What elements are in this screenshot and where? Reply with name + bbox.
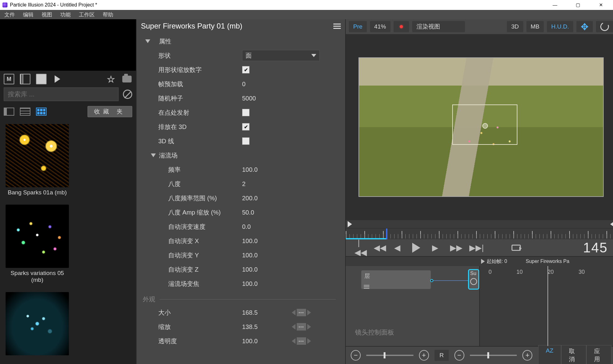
- section-turbulence[interactable]: 湍流场: [159, 151, 178, 160]
- viewmode-grid-icon[interactable]: [36, 108, 47, 116]
- range-start-icon[interactable]: [348, 221, 352, 227]
- zoom-slider[interactable]: [366, 355, 413, 356]
- goto-end-button[interactable]: ▶▶|: [469, 243, 478, 253]
- range-end-icon[interactable]: [610, 221, 613, 227]
- apply-button[interactable]: 应用: [586, 345, 611, 364]
- canvas[interactable]: [358, 57, 604, 197]
- timeline-tracks[interactable]: 0 10 20 30: [479, 266, 613, 346]
- search-input[interactable]: [4, 87, 119, 101]
- viewmode-detail-icon[interactable]: [4, 108, 14, 116]
- size-stepper[interactable]: •••: [292, 309, 311, 316]
- oct-freq-value[interactable]: 200.0: [242, 195, 292, 202]
- section-appearance[interactable]: 外观: [143, 295, 155, 304]
- zoom-out-button[interactable]: −: [351, 350, 361, 361]
- zoom-slider-2[interactable]: [470, 355, 517, 356]
- freq-value[interactable]: 100.0: [242, 166, 292, 173]
- timeline-playhead[interactable]: [548, 266, 548, 346]
- viewer-panel: Pre 41% 渲染视图 3D MB H.U.D. ✥: [346, 19, 613, 364]
- emitter-name: Super Fireworks Party 01 (mb): [141, 22, 333, 30]
- library-item[interactable]: [6, 292, 69, 357]
- zoom-in-button-2[interactable]: +: [522, 350, 532, 361]
- menu-view[interactable]: 视图: [40, 11, 54, 18]
- record-button[interactable]: [394, 21, 409, 32]
- evolve-x-value[interactable]: 100.0: [242, 237, 292, 245]
- section-attributes[interactable]: 属性: [159, 37, 171, 46]
- play-preview-button[interactable]: [52, 74, 63, 84]
- line-3d-checkbox[interactable]: [242, 137, 250, 145]
- scale-stepper[interactable]: •••: [292, 323, 311, 331]
- panel-menu-icon[interactable]: [333, 26, 341, 27]
- zoom-level[interactable]: 41%: [370, 21, 390, 32]
- mb-toggle-button[interactable]: MB: [526, 21, 544, 32]
- menu-workspace[interactable]: 工作区: [77, 11, 97, 18]
- fast-forward-button[interactable]: ▶▶: [450, 243, 459, 253]
- step-back-button[interactable]: ◀: [393, 243, 402, 253]
- render-view-button[interactable]: 渲染视图: [412, 21, 465, 32]
- emit-at-points-checkbox[interactable]: [242, 109, 250, 116]
- library-item[interactable]: Sparks variations 05 (mb): [6, 205, 69, 283]
- expand-icon[interactable]: [151, 153, 156, 157]
- mode-m-button[interactable]: M: [4, 74, 14, 84]
- play-button[interactable]: [412, 243, 420, 253]
- rewind-button[interactable]: ◀◀: [374, 243, 382, 253]
- preview-mode-button[interactable]: Pre: [349, 21, 367, 32]
- zoom-out-button-2[interactable]: −: [454, 350, 464, 361]
- octaves-value[interactable]: 2: [242, 180, 292, 188]
- layer-node[interactable]: 层: [361, 270, 431, 289]
- emitter-handle[interactable]: [482, 123, 488, 129]
- loop-icon[interactable]: [512, 245, 521, 251]
- maximize-button[interactable]: ▢: [571, 2, 585, 8]
- size-value[interactable]: 168.5: [242, 309, 292, 316]
- favorites-button[interactable]: 收藏 夹: [88, 106, 132, 117]
- scale-digits-checkbox[interactable]: ✔: [242, 66, 250, 73]
- solid-square-icon[interactable]: [36, 74, 47, 84]
- cancel-button[interactable]: 取消: [561, 345, 586, 364]
- menu-help[interactable]: 帮助: [101, 11, 115, 18]
- move-tool-button[interactable]: ✥: [576, 21, 593, 32]
- viewport[interactable]: [346, 34, 613, 220]
- hud-toggle-button[interactable]: H.U.D.: [547, 21, 573, 32]
- node-output-port[interactable]: [430, 279, 433, 282]
- minimize-button[interactable]: —: [548, 2, 562, 8]
- oct-amp-value[interactable]: 50.0: [242, 209, 292, 216]
- goto-start-button[interactable]: |◀◀: [354, 238, 363, 257]
- expand-icon[interactable]: [145, 39, 150, 43]
- place-in-3d-checkbox[interactable]: ✔: [242, 123, 250, 131]
- menu-edit[interactable]: 编辑: [21, 11, 35, 18]
- camera-icon[interactable]: [122, 74, 132, 84]
- evolve-z-value[interactable]: 100.0: [242, 266, 292, 273]
- star-icon[interactable]: ☆: [106, 74, 116, 84]
- turb-focus-value[interactable]: 100.0: [242, 280, 292, 287]
- evolve-speed-value[interactable]: 0.0: [242, 223, 292, 230]
- opacity-stepper[interactable]: •••: [292, 337, 311, 345]
- zoom-in-button[interactable]: +: [419, 350, 429, 361]
- current-frame[interactable]: 145: [583, 240, 608, 255]
- az-button[interactable]: AZ: [538, 345, 561, 364]
- r-button[interactable]: R: [435, 350, 449, 361]
- scale-value[interactable]: 138.5: [242, 323, 292, 331]
- preload-value[interactable]: 0: [242, 81, 292, 88]
- playhead[interactable]: [386, 229, 387, 239]
- menu-functions[interactable]: 功能: [58, 11, 73, 18]
- menu-file[interactable]: 文件: [2, 11, 17, 18]
- node-graph[interactable]: 层 Su 镜头控制面板: [346, 266, 479, 346]
- filmstrip-icon[interactable]: [20, 74, 30, 84]
- shape-dropdown[interactable]: 面: [242, 50, 320, 61]
- step-forward-button[interactable]: ▶: [431, 243, 439, 253]
- viewmode-list-icon[interactable]: [20, 108, 30, 116]
- library-item[interactable]: Bang Sparks 01a (mb): [6, 124, 69, 196]
- refresh-button[interactable]: [596, 21, 613, 32]
- emitter-node[interactable]: Su: [468, 269, 479, 290]
- clear-search-icon[interactable]: [123, 90, 132, 99]
- properties-panel: Super Fireworks Party 01 (mb) 属性 形状 面 用形…: [136, 19, 346, 364]
- time-ruler[interactable]: [346, 228, 613, 239]
- range-bar[interactable]: [346, 220, 613, 228]
- opacity-value[interactable]: 100.0: [242, 338, 292, 345]
- 3d-toggle-button[interactable]: 3D: [507, 21, 523, 32]
- evolve-y-value[interactable]: 100.0: [242, 252, 292, 259]
- seed-value[interactable]: 5000: [242, 95, 292, 102]
- close-button[interactable]: ✕: [594, 2, 608, 8]
- track-name: Super Fireworks Pa: [526, 259, 570, 264]
- prop-label: 缩放: [158, 323, 242, 331]
- prop-label: 自动演变速度: [168, 223, 242, 231]
